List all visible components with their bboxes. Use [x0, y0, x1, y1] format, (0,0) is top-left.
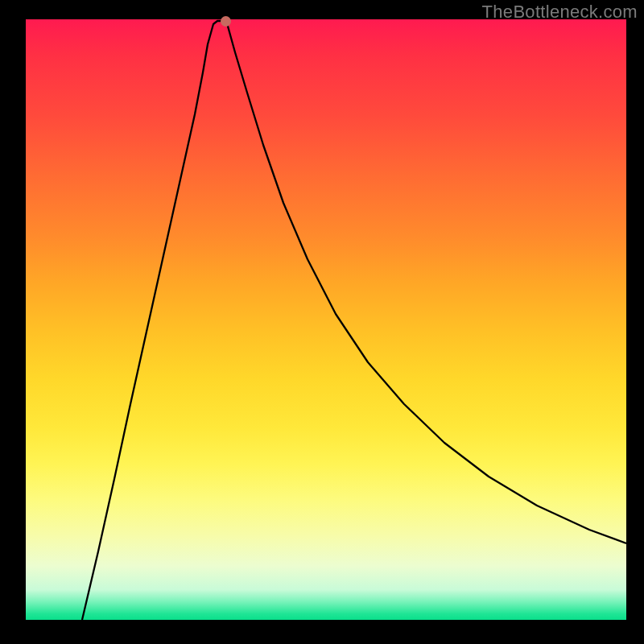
watermark-text: TheBottleneck.com	[482, 2, 638, 23]
optimal-point-marker	[221, 16, 231, 27]
chart-container: TheBottleneck.com	[0, 0, 644, 644]
chart-plot-area	[26, 19, 626, 620]
